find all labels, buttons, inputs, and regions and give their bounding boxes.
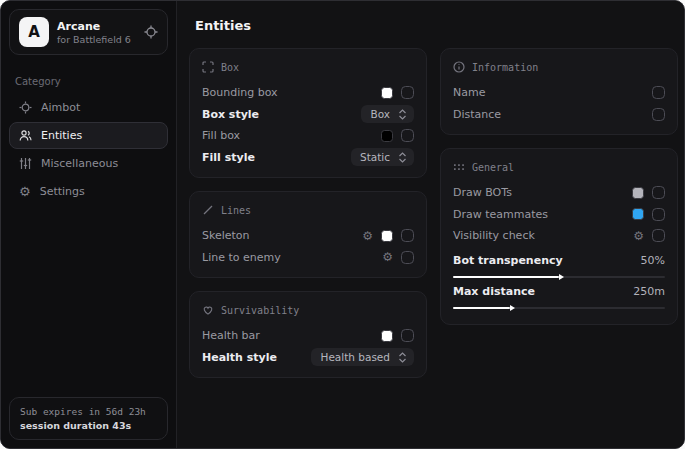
gear-icon[interactable]: ⚙: [633, 230, 644, 242]
checkbox[interactable]: [652, 108, 665, 121]
gear-icon[interactable]: ⚙: [362, 230, 373, 242]
color-swatch[interactable]: [632, 208, 644, 220]
checkbox[interactable]: [401, 329, 414, 342]
panel-title: Lines: [221, 205, 251, 216]
panel-survivability: Survivability Health bar Health style He…: [189, 291, 427, 378]
setting-row-health-style: Health style Health based: [202, 347, 414, 369]
setting-label: Box style: [202, 108, 259, 121]
subscription-card: Sub expires in 56d 23h session duration …: [9, 397, 168, 440]
setting-row-fill-box: Fill box: [202, 125, 414, 147]
equalizer-icon: [19, 157, 32, 170]
checkbox[interactable]: [652, 229, 665, 242]
setting-row-health-bar: Health bar: [202, 325, 414, 347]
panel-information: Information Name Distance: [440, 48, 678, 135]
left-column: Box Bounding box Box style Box: [189, 48, 427, 378]
session-duration-text: session duration 43s: [20, 420, 157, 431]
setting-label: Visibility check: [453, 229, 535, 242]
setting-row-distance: Distance: [453, 104, 665, 126]
setting-row-draw-bots: Draw BOTs: [453, 182, 665, 204]
color-swatch[interactable]: [632, 187, 644, 199]
color-swatch[interactable]: [381, 230, 393, 242]
setting-label: Health bar: [202, 329, 260, 342]
checkbox[interactable]: [652, 186, 665, 199]
app-header-card: A Arcane for Battlefield 6: [9, 9, 168, 55]
right-column: Information Name Distance: [440, 48, 678, 325]
gear-icon: ⚙: [19, 185, 31, 198]
setting-label: Distance: [453, 108, 501, 121]
panel-box: Box Bounding box Box style Box: [189, 48, 427, 178]
setting-label: Line to enemy: [202, 251, 281, 264]
color-swatch[interactable]: [381, 87, 393, 99]
grid-dots-icon: [453, 161, 465, 173]
checkbox[interactable]: [401, 229, 414, 242]
setting-row-name: Name: [453, 82, 665, 104]
box-corners-icon: [202, 61, 214, 73]
slider-value: 50%: [641, 254, 665, 267]
max-distance-slider[interactable]: [453, 307, 665, 309]
slider-fill: [453, 307, 510, 309]
sidebar-item-entities[interactable]: Entities: [9, 122, 168, 149]
users-icon: [19, 129, 32, 142]
page-title: Entities: [195, 18, 678, 33]
checkbox[interactable]: [401, 129, 414, 142]
fill-style-dropdown[interactable]: Static: [351, 148, 414, 166]
setting-row-draw-teammates: Draw teammates: [453, 204, 665, 226]
main-content: Entities Box B: [177, 1, 685, 448]
bot-transparency-slider[interactable]: [453, 276, 665, 278]
setting-label: Fill style: [202, 151, 255, 164]
color-swatch[interactable]: [381, 330, 393, 342]
heart-icon: [202, 304, 214, 316]
bot-transparency-group: Bot transpenency 50%: [453, 253, 665, 278]
setting-label: Name: [453, 86, 485, 99]
panel-general: General Draw BOTs Draw teammates: [440, 148, 678, 325]
dropdown-value: Health based: [320, 351, 390, 363]
checkbox[interactable]: [652, 208, 665, 221]
color-swatch[interactable]: [381, 130, 393, 142]
sidebar-item-aimbot[interactable]: Aimbot: [9, 94, 168, 121]
info-icon: [453, 61, 465, 73]
health-style-dropdown[interactable]: Health based: [311, 348, 414, 366]
app-logo: A: [19, 17, 49, 47]
app-window: A Arcane for Battlefield 6 Category: [0, 0, 685, 449]
max-distance-group: Max distance 250m: [453, 284, 665, 309]
panel-title: Box: [221, 62, 239, 73]
box-style-dropdown[interactable]: Box: [361, 105, 414, 123]
sidebar-item-label: Settings: [40, 185, 85, 198]
setting-row-fill-style: Fill style Static: [202, 147, 414, 169]
panel-title: Survivability: [221, 305, 299, 316]
setting-row-skeleton: Skeleton ⚙: [202, 225, 414, 247]
diagonal-line-icon: [202, 204, 214, 216]
sidebar-item-settings[interactable]: ⚙ Settings: [9, 178, 168, 205]
chevron-up-down-icon: [398, 152, 407, 163]
dropdown-value: Box: [370, 108, 390, 120]
sub-expiry-text: Sub expires in 56d 23h: [20, 406, 157, 417]
checkbox[interactable]: [652, 86, 665, 99]
sidebar-item-label: Aimbot: [41, 101, 80, 114]
panel-lines: Lines Skeleton ⚙ Line to enemy ⚙: [189, 191, 427, 278]
setting-label: Bounding box: [202, 86, 278, 99]
setting-row-visibility-check: Visibility check ⚙: [453, 225, 665, 247]
slider-fill: [453, 276, 559, 278]
gear-icon[interactable]: ⚙: [382, 251, 393, 263]
checkbox[interactable]: [401, 86, 414, 99]
chevron-up-down-icon: [398, 109, 407, 120]
category-label: Category: [15, 76, 162, 87]
sidebar-item-miscellaneous[interactable]: Miscellaneous: [9, 150, 168, 177]
app-meta: Arcane for Battlefield 6: [57, 20, 131, 45]
setting-label: Health style: [202, 351, 277, 364]
panel-title: General: [472, 162, 514, 173]
setting-row-box-style: Box style Box: [202, 104, 414, 126]
chevron-up-down-icon: [398, 352, 407, 363]
sidebar-nav: Aimbot Entities Miscella: [1, 94, 176, 205]
app-name: Arcane: [57, 20, 131, 33]
crosshair-icon[interactable]: [144, 25, 158, 39]
checkbox[interactable]: [401, 251, 414, 264]
slider-label: Max distance: [453, 285, 535, 298]
setting-row-bounding-box: Bounding box: [202, 82, 414, 104]
slider-label: Bot transpenency: [453, 254, 563, 267]
setting-label: Draw teammates: [453, 208, 548, 221]
setting-row-line-to-enemy: Line to enemy ⚙: [202, 247, 414, 269]
app-subtitle: for Battlefield 6: [57, 34, 131, 45]
sidebar-item-label: Miscellaneous: [41, 157, 118, 170]
setting-label: Draw BOTs: [453, 186, 512, 199]
